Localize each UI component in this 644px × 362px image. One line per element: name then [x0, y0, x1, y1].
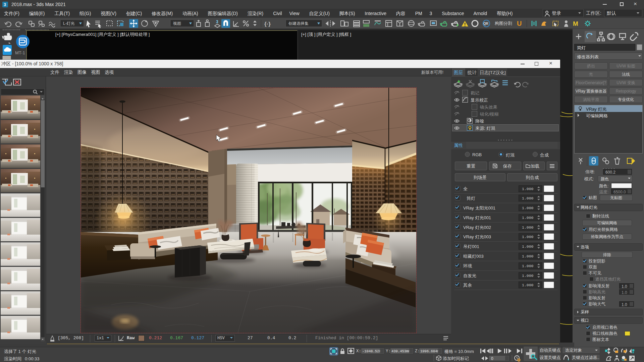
- svg-text:创建选择集: 创建选择集: [288, 21, 309, 26]
- svg-text:{·}: {·}: [264, 21, 271, 27]
- svg-text:QR: QR: [483, 22, 489, 25]
- svg-text:L-灯光: L-灯光: [63, 21, 75, 26]
- svg-text:3: 3: [216, 19, 218, 24]
- svg-text:U: U: [517, 20, 522, 27]
- svg-text:视图: 视图: [173, 21, 181, 26]
- svg-text:M: M: [573, 20, 578, 27]
- svg-text:构图分割: 构图分割: [494, 21, 512, 26]
